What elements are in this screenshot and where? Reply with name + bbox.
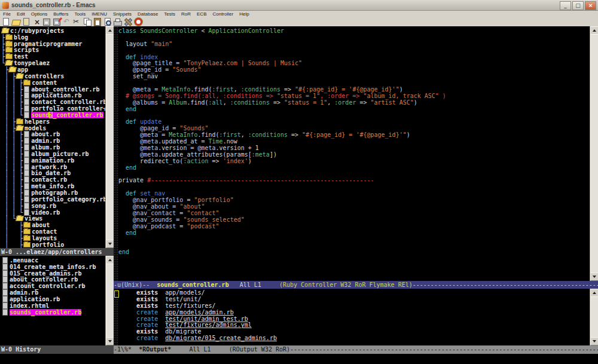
menu-controller[interactable]: Controller	[209, 11, 236, 17]
tree-item[interactable]: │ │ ├about.rb	[1, 131, 106, 138]
menu-snippets[interactable]: Snippets	[110, 11, 135, 17]
save-icon[interactable]	[42, 17, 51, 26]
tree-item[interactable]: │ │ └sounds_controller.rb	[1, 112, 106, 118]
code-line[interactable]	[118, 35, 590, 41]
menu-edit[interactable]: Edit	[14, 11, 28, 17]
tree-item[interactable]: │ ├contact	[1, 228, 106, 235]
minimize-button[interactable]: _	[560, 1, 571, 10]
dired-icon[interactable]	[22, 17, 31, 26]
restore-button[interactable]: □	[572, 1, 584, 10]
code-line[interactable]: @nav_podcast = "podcast"	[118, 224, 590, 230]
tree-item[interactable]: │ │ ├admin.rb	[1, 137, 106, 144]
menu-file[interactable]: File	[0, 11, 14, 17]
tree-item[interactable]: │ ├models	[1, 125, 106, 131]
history-item[interactable]: about_controller.rb	[1, 277, 106, 283]
tree-item[interactable]: │ │ ├contact.rb	[1, 176, 106, 183]
routput-window[interactable]: exists app/models/ exists test/unit/ exi…	[114, 289, 598, 345]
tree-scrollbar[interactable]	[105, 26, 114, 248]
code-line[interactable]: end	[118, 106, 590, 113]
editor-scrollbar[interactable]	[590, 26, 598, 281]
history-item[interactable]: account_controller.rb	[1, 283, 106, 289]
tree-item[interactable]: │ │ ├about_controller.rb	[1, 86, 106, 93]
routput-link[interactable]: test/unit/admin_test.rb	[165, 316, 248, 322]
scrollbar-thumb[interactable]	[106, 264, 114, 338]
tree-item[interactable]: ├test	[1, 53, 106, 60]
tree-item[interactable]: c:/rubyprojects	[1, 27, 106, 34]
menu-tests[interactable]: Tests	[161, 11, 178, 17]
history-scrollbar[interactable]	[105, 256, 114, 345]
menu-tools[interactable]: Tools	[71, 11, 89, 17]
editor-window[interactable]: class SoundsController < ApplicationCont…	[114, 26, 598, 281]
tree-item[interactable]: │ │ ├animation.rb	[1, 157, 106, 164]
open-file-icon[interactable]	[11, 17, 21, 26]
code-line[interactable]: end	[118, 165, 590, 172]
cut-icon[interactable]: ✂	[72, 17, 82, 26]
menu-imenu[interactable]: IMENU	[89, 11, 110, 17]
code-line[interactable]: @albums = Album.find(:all, :conditions =…	[118, 100, 590, 106]
tree-item[interactable]: ├blog	[1, 34, 106, 41]
code-line[interactable]: end	[118, 249, 590, 256]
tree-item[interactable]: │ │ ├album.rb	[1, 144, 106, 151]
tree-item[interactable]: │ ├layouts	[1, 235, 106, 241]
menu-help[interactable]: Help	[236, 11, 252, 17]
history-item[interactable]: 015_create_admins.rb	[1, 270, 106, 277]
menu-options[interactable]: Options	[28, 11, 51, 17]
copy-icon[interactable]	[83, 17, 92, 26]
tree-item[interactable]: │ │ ├meta_info.rb	[1, 183, 106, 189]
help-icon[interactable]	[133, 17, 143, 26]
minibuffer-echo-area[interactable]	[0, 354, 598, 364]
scroll-down-arrow-icon[interactable]	[106, 240, 114, 248]
scrollbar-thumb[interactable]	[590, 296, 598, 338]
code-line[interactable]: private #-------------------------------…	[118, 178, 590, 184]
ecb-history-list[interactable]: .menuacc014_create_meta_infos.rb015_crea…	[0, 256, 114, 345]
code-line[interactable]	[118, 184, 590, 191]
tree-item[interactable]: │ │ ├portfolio_category.rb	[1, 196, 106, 203]
code-line[interactable]	[118, 48, 590, 54]
tree-item[interactable]: │ ├controllers	[1, 73, 106, 79]
tree-item[interactable]: ├pragmaticprogrammer	[1, 41, 106, 47]
routput-link[interactable]: db/migrate/015_create_admins.rb	[165, 335, 277, 341]
tree-item[interactable]: │ ├portfolio	[1, 241, 106, 248]
save-as-icon[interactable]	[52, 17, 62, 26]
menu-ecb[interactable]: ECB	[194, 11, 209, 17]
tree-item[interactable]: │ │ ├content	[1, 79, 106, 86]
tree-item[interactable]: │ │ ├artwork.rb	[1, 164, 106, 170]
tree-item[interactable]: │ ├about	[1, 222, 106, 228]
menu-ror[interactable]: RoR	[178, 11, 194, 17]
print-icon[interactable]	[113, 17, 123, 26]
scroll-up-arrow-icon[interactable]	[590, 26, 598, 35]
history-item[interactable]: .menuacc	[1, 257, 106, 264]
menu-buffers[interactable]: Buffers	[50, 11, 71, 17]
tree-item[interactable]: │ │ ├contact_controller.rb	[1, 99, 106, 105]
scroll-down-arrow-icon[interactable]	[590, 273, 598, 281]
code-buffer[interactable]: class SoundsController < ApplicationCont…	[118, 28, 590, 281]
tree-item[interactable]: │ │ ├portfolio_controller.rb→	[1, 105, 106, 112]
code-line[interactable]: set_nav	[118, 74, 590, 80]
scroll-up-arrow-icon[interactable]	[106, 256, 114, 264]
tree-item[interactable]: │ ├helpers	[1, 118, 106, 125]
code-line[interactable]: class SoundsController < ApplicationCont…	[118, 28, 590, 35]
tree-item[interactable]: ├app	[1, 66, 106, 73]
code-line[interactable]: @page_id = "Sounds"	[118, 67, 590, 74]
history-item[interactable]: sounds_controller.rb	[1, 309, 106, 316]
code-line[interactable]: redirect_to(:action => 'index')	[118, 158, 590, 165]
close-button[interactable]: ×	[585, 1, 596, 10]
tree-item[interactable]: │ │ ├bio_date.rb	[1, 170, 106, 177]
scrollbar-thumb[interactable]	[106, 34, 114, 240]
scroll-down-arrow-icon[interactable]	[106, 337, 114, 345]
code-line[interactable]: end	[118, 230, 590, 237]
history-item[interactable]: application.rb	[1, 296, 106, 302]
code-line[interactable]	[118, 237, 590, 243]
code-line[interactable]: layout "main"	[118, 41, 590, 48]
history-item[interactable]: index.rhtml	[1, 302, 106, 309]
tree-item[interactable]: ├scripts	[1, 47, 106, 54]
preferences-icon[interactable]	[123, 17, 133, 26]
tree-item[interactable]: │ │ ├album_picture.rb	[1, 151, 106, 157]
code-line[interactable]	[118, 113, 590, 120]
tree-item[interactable]: │ │ └video.rb	[1, 209, 106, 216]
tree-item[interactable]: │ │ ├song.rb	[1, 203, 106, 209]
close-buffer-icon[interactable]: ×	[32, 17, 41, 26]
routput-link[interactable]: test/fixtures/admins.yml	[165, 322, 252, 328]
tree-item[interactable]: │ └views	[1, 215, 106, 222]
scrollbar-thumb[interactable]	[590, 34, 598, 273]
